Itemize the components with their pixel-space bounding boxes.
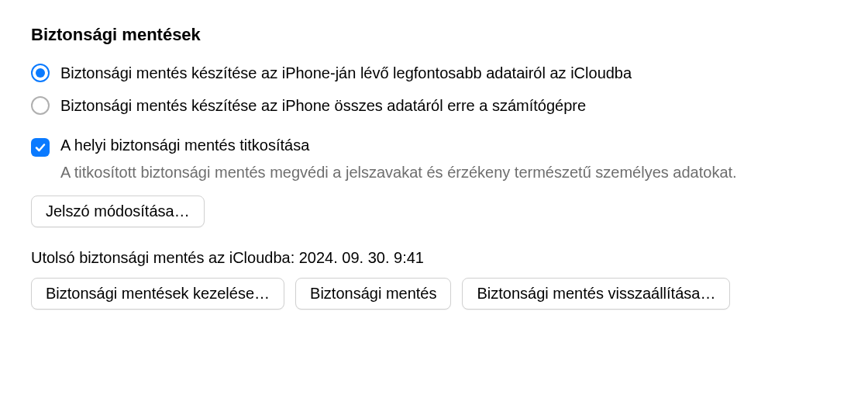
radio-icon-unselected bbox=[31, 96, 50, 115]
restore-backup-button[interactable]: Biztonsági mentés visszaállítása… bbox=[462, 278, 730, 310]
backup-destination-radio-group: Biztonsági mentés készítése az iPhone-já… bbox=[31, 64, 837, 115]
backup-now-button[interactable]: Biztonsági mentés bbox=[295, 278, 451, 310]
section-title: Biztonsági mentések bbox=[31, 25, 837, 45]
radio-icon-selected bbox=[31, 64, 50, 82]
radio-row-local[interactable]: Biztonsági mentés készítése az iPhone ös… bbox=[31, 96, 837, 115]
encrypt-checkbox-row[interactable]: A helyi biztonsági mentés titkosítása bbox=[31, 137, 837, 157]
radio-label-icloud: Biztonsági mentés készítése az iPhone-já… bbox=[60, 64, 632, 82]
backup-action-buttons: Biztonsági mentések kezelése… Biztonsági… bbox=[31, 278, 837, 310]
manage-backups-button[interactable]: Biztonsági mentések kezelése… bbox=[31, 278, 284, 310]
last-backup-text: Utolsó biztonsági mentés az iCloudba: 20… bbox=[31, 249, 837, 267]
change-password-button[interactable]: Jelszó módosítása… bbox=[31, 196, 205, 227]
encrypt-checkbox-label: A helyi biztonsági mentés titkosítása bbox=[60, 137, 309, 154]
radio-row-icloud[interactable]: Biztonsági mentés készítése az iPhone-já… bbox=[31, 64, 837, 82]
encrypt-description: A titkosított biztonsági mentés megvédi … bbox=[60, 161, 837, 183]
checkbox-checked-icon bbox=[31, 138, 50, 157]
radio-label-local: Biztonsági mentés készítése az iPhone ös… bbox=[60, 97, 586, 115]
